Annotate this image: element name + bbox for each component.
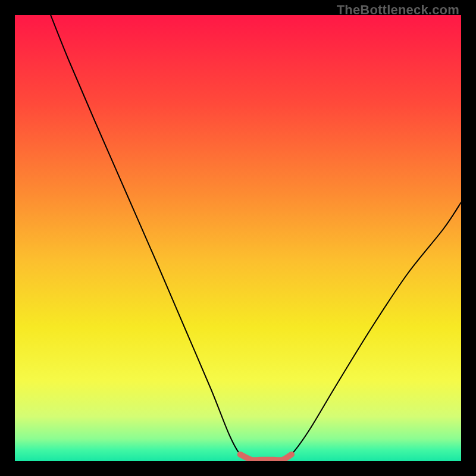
highlight-segment: [240, 455, 292, 461]
curve-layer: [15, 15, 461, 461]
plot-area: [15, 15, 461, 461]
bottleneck-curve: [51, 15, 461, 460]
watermark-text: TheBottleneck.com: [337, 2, 459, 18]
bottleneck-chart: TheBottleneck.com: [0, 0, 476, 476]
